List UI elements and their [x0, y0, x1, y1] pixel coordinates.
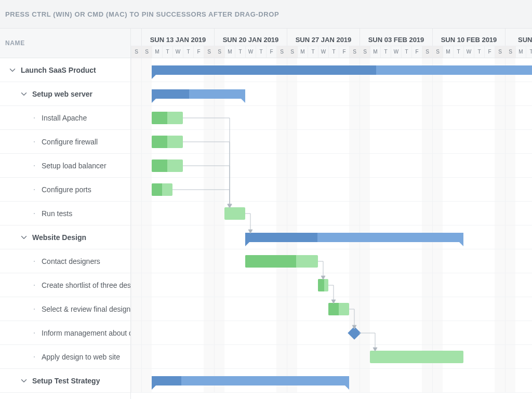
task-name: Apply design to web site: [41, 353, 120, 361]
day-header: S: [349, 46, 360, 58]
day-header: T: [183, 46, 193, 58]
task-row[interactable]: Launch SaaS Product: [0, 58, 130, 82]
day-header: T: [328, 46, 339, 58]
day-header: W: [463, 46, 474, 58]
day-header: S: [495, 46, 505, 58]
task-row[interactable]: Website Design: [0, 225, 130, 249]
task-row[interactable]: ·Inform management about decision: [0, 321, 130, 345]
task-row[interactable]: ·Contact designers: [0, 249, 130, 273]
chevron-down-icon: [21, 378, 27, 384]
day-header: F: [411, 46, 422, 58]
task-bar[interactable]: [152, 136, 183, 148]
day-header: W: [391, 46, 401, 58]
task-name: Contact designers: [41, 257, 100, 265]
day-header: S: [141, 46, 152, 58]
expand-toggle[interactable]: [17, 230, 31, 245]
task-bar[interactable]: [328, 303, 349, 315]
task-name: Configure firewall: [41, 138, 98, 146]
week-header[interactable]: SUN 10 FEB 2019: [432, 29, 505, 46]
task-row[interactable]: ·Apply design to web site: [0, 345, 130, 369]
week-header[interactable]: SUN 27 JAN 2019: [287, 29, 360, 46]
day-header: S: [214, 46, 224, 58]
day-header: T: [526, 46, 532, 58]
day-header: S: [360, 46, 370, 58]
day-header: W: [245, 46, 256, 58]
expand-toggle[interactable]: [17, 374, 31, 388]
task-name: Setup web server: [31, 90, 92, 98]
task-name: Website Design: [31, 233, 86, 242]
day-header: T: [401, 46, 411, 58]
task-bar[interactable]: [152, 159, 183, 172]
chevron-down-icon: [21, 91, 27, 97]
week-header[interactable]: SUN 20 JAN 2019: [214, 29, 287, 46]
day-header: F: [339, 46, 349, 58]
leaf-bullet-icon: ·: [28, 280, 41, 290]
day-header: S: [422, 46, 432, 58]
task-row[interactable]: ·Select & review final design: [0, 297, 130, 321]
week-header[interactable]: SUN 13 JAN 2019: [141, 29, 214, 46]
task-row[interactable]: Setup Test Strategy: [0, 369, 130, 393]
summary-bar[interactable]: [152, 65, 532, 75]
task-row[interactable]: Setup web server: [0, 82, 130, 106]
task-name: Select & review final design: [41, 305, 130, 313]
task-row[interactable]: ·Install Apache: [0, 106, 130, 130]
task-name: Setup Test Strategy: [31, 377, 100, 385]
week-header[interactable]: SUN 03 FEB 2019: [360, 29, 432, 46]
task-bar[interactable]: [318, 279, 328, 291]
day-header: F: [266, 46, 276, 58]
summary-bar[interactable]: [152, 89, 245, 99]
day-header: S: [287, 46, 297, 58]
summary-bar[interactable]: [152, 376, 349, 385]
timeline-header: SUN 13 JAN 2019SUN 20 JAN 2019SUN 27 JAN…: [131, 29, 532, 58]
leaf-bullet-icon: ·: [28, 351, 41, 362]
day-header: S: [432, 46, 443, 58]
leaf-bullet-icon: ·: [28, 327, 41, 338]
task-tree-pane: NAME Launch SaaS Product Setup web serve…: [0, 29, 131, 399]
task-name: Setup load balancer: [41, 162, 107, 170]
timeline-pane[interactable]: SUN 13 JAN 2019SUN 20 JAN 2019SUN 27 JAN…: [131, 29, 532, 399]
day-header: M: [224, 46, 235, 58]
day-header: S: [131, 46, 141, 58]
day-header: W: [172, 46, 183, 58]
leaf-bullet-icon: ·: [28, 136, 41, 147]
task-bar[interactable]: [245, 255, 318, 268]
task-name: Inform management about decision: [41, 329, 130, 337]
day-header: T: [308, 46, 318, 58]
task-bar[interactable]: [152, 112, 183, 124]
day-header: F: [193, 46, 204, 58]
task-row[interactable]: ·Run tests: [0, 202, 130, 225]
task-row[interactable]: ·Configure firewall: [0, 130, 130, 154]
chevron-down-icon: [9, 67, 16, 73]
task-row[interactable]: ·Configure ports: [0, 178, 130, 202]
expand-toggle[interactable]: [5, 63, 20, 77]
day-header: F: [484, 46, 495, 58]
day-header: W: [318, 46, 328, 58]
leaf-bullet-icon: ·: [28, 160, 41, 171]
hint-bar: PRESS CTRL (WIN) OR CMD (MAC) TO PIN SUC…: [0, 0, 532, 29]
summary-bar[interactable]: [245, 233, 463, 242]
task-name: Install Apache: [41, 114, 87, 122]
day-header: T: [453, 46, 463, 58]
day-header: T: [474, 46, 484, 58]
day-header: M: [370, 46, 380, 58]
task-bar[interactable]: [224, 207, 245, 220]
task-bar[interactable]: [370, 351, 463, 363]
leaf-bullet-icon: ·: [28, 208, 41, 219]
task-row[interactable]: ·Setup load balancer: [0, 154, 130, 178]
task-bar[interactable]: [152, 183, 172, 196]
task-name: Run tests: [41, 209, 72, 218]
day-header: M: [297, 46, 308, 58]
day-header: S: [276, 46, 287, 58]
week-header[interactable]: SUN 17: [505, 29, 532, 46]
chevron-down-icon: [21, 234, 27, 241]
leaf-bullet-icon: ·: [28, 256, 41, 267]
task-name: Create shortlist of three designers: [41, 281, 130, 289]
expand-toggle[interactable]: [17, 87, 31, 101]
leaf-bullet-icon: ·: [28, 184, 41, 195]
column-header-name[interactable]: NAME: [0, 29, 130, 58]
task-row[interactable]: ·Create shortlist of three designers: [0, 273, 130, 297]
leaf-bullet-icon: ·: [28, 303, 41, 314]
day-header: T: [256, 46, 266, 58]
day-header: T: [162, 46, 172, 58]
day-header: M: [152, 46, 162, 58]
